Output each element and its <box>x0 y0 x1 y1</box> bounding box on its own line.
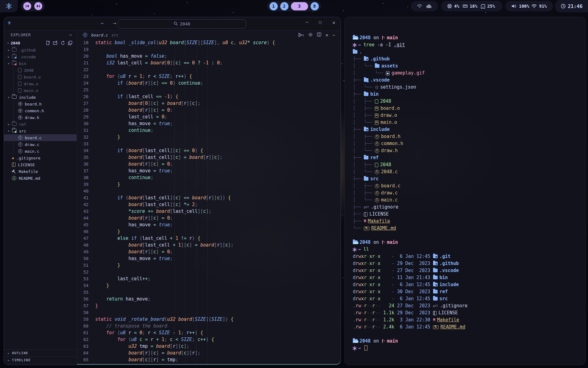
code-line-36[interactable]: 36 board[r][c] = 0; <box>77 161 340 167</box>
code-line-23[interactable]: 23 for (u8 r = 1; r < SIZE; r++) { <box>77 73 340 80</box>
tree-item-ref[interactable]: ▸ref <box>4 121 77 128</box>
audio-network-tray[interactable]: 100% 91% <box>505 1 553 11</box>
tree-item-bin[interactable]: ▾bin <box>4 60 77 67</box>
code-line-22[interactable]: 22 <box>77 66 340 73</box>
code-line-19[interactable]: 19 <box>77 46 340 53</box>
code-line-31[interactable]: 31 continue; <box>77 127 340 134</box>
tree-item-board.o[interactable]: board.o <box>4 74 77 80</box>
split-editor-button[interactable] <box>317 33 321 37</box>
tree-item-main.o[interactable]: main.o <box>4 87 77 94</box>
tree-item-.gitignore[interactable]: .gitignore <box>4 155 77 161</box>
tree-item-2048[interactable]: 2048 <box>4 67 77 74</box>
code-line-41[interactable]: 41 if (board[last_cell][c] == board[r][c… <box>77 194 340 201</box>
code-line-47[interactable]: 47 else if (last_cell + 1 != r) { <box>77 235 340 242</box>
code-line-43[interactable]: 43 *score += board[last_cell][c]; <box>77 208 340 215</box>
code-line-52[interactable]: 52 <box>77 269 340 275</box>
terminal-content[interactable]: 2048 on main→ tree -a -I .git.├── .githu… <box>345 17 585 365</box>
command-search-box[interactable]: 2048 <box>118 19 246 29</box>
code-line-39[interactable]: 39 } <box>77 181 340 188</box>
close-button[interactable]: × <box>332 20 335 26</box>
tree-item-board.c[interactable]: board.c <box>4 134 77 141</box>
more-actions-button[interactable]: ⋯ <box>333 33 335 37</box>
timeline-panel-header[interactable]: ▸ TIMELINE <box>4 356 77 363</box>
workspace-8[interactable]: 8 <box>311 2 319 10</box>
tree-item-LICENSE[interactable]: LICENSE <box>4 161 77 168</box>
code-line-54[interactable]: 54 } <box>77 282 340 289</box>
tree-item-Makefile[interactable]: Makefile <box>4 168 77 175</box>
tree-item-draw.h[interactable]: draw.h <box>4 114 77 121</box>
tree-item-include[interactable]: ▾include <box>4 94 77 101</box>
code-line-65[interactable]: 65 board[c][r] = tmp; <box>77 356 340 363</box>
explorer-menu-button[interactable]: ⋯ <box>69 32 72 38</box>
tree-item-src[interactable]: ▾src <box>4 128 77 134</box>
code-line-27[interactable]: 27 board[0][c] = board[r][c]; <box>77 100 340 107</box>
code-line-58[interactable]: 58 <box>77 309 340 316</box>
nav-forward-button[interactable]: → <box>113 20 116 26</box>
tree-item-.vscode[interactable]: ▸.vscode <box>4 53 77 60</box>
media-next-button[interactable] <box>34 2 42 10</box>
code-line-48[interactable]: 48 board[last_cell + 1][c] = board[r][c]… <box>77 242 340 248</box>
network-tray[interactable] <box>411 1 438 11</box>
tree-item-common.h[interactable]: common.h <box>4 107 77 114</box>
outline-panel-header[interactable]: ▸ OUTLINE <box>4 349 77 356</box>
code-line-45[interactable]: 45 has_move = true; <box>77 221 340 228</box>
tree-item-.github[interactable]: ▸.github <box>4 47 77 53</box>
code-line-38[interactable]: 38 continue; <box>77 174 340 181</box>
code-line-53[interactable]: 53 last_cell++; <box>77 275 340 282</box>
code-line-42[interactable]: 42 board[last_cell][c] *= 2; <box>77 201 340 208</box>
code-line-18[interactable]: 18static bool _slide_col(u32 board[SIZE]… <box>77 39 340 46</box>
code-line-34[interactable]: 34 if (board[last_cell][c] == 0) { <box>77 147 340 154</box>
code-line-24[interactable]: 24 if (board[r][c] == 0) continue; <box>77 80 340 86</box>
tree-item-README.md[interactable]: README.md <box>4 175 77 182</box>
close-editor-button[interactable]: × <box>326 32 329 38</box>
editor-titlebar[interactable]: ♆ ← → 2048 ─ ▢ × <box>4 17 341 31</box>
clock[interactable]: 21:46 <box>555 0 588 12</box>
code-line-51[interactable]: 51 } <box>77 262 340 269</box>
code-line-63[interactable]: 63 u32 tmp = board[r][c]; <box>77 343 340 350</box>
nav-back-button[interactable]: ← <box>101 20 104 26</box>
breadcrumb[interactable]: board.c src <box>77 33 119 37</box>
code-line-26[interactable]: 26 if (last_cell == -1) { <box>77 93 340 100</box>
code-line-60[interactable]: 60 // transpose the board <box>77 323 340 329</box>
new-folder-button[interactable] <box>53 41 58 45</box>
run-debug-button[interactable]: ∨ <box>298 33 304 37</box>
tree-item-main.c[interactable]: main.c <box>4 148 77 155</box>
workspace-1[interactable]: 1 <box>270 2 278 10</box>
code-line-55[interactable]: 55 <box>77 289 340 296</box>
code-line-50[interactable]: 50 has_move = true; <box>77 255 340 262</box>
code-line-28[interactable]: 28 board[r][c] = 0; <box>77 107 340 113</box>
code-line-25[interactable]: 25 <box>77 86 340 93</box>
code-line-37[interactable]: 37 has_move = true; <box>77 167 340 174</box>
code-line-40[interactable]: 40 <box>77 188 340 194</box>
tree-item-draw.o[interactable]: draw.o <box>4 80 77 87</box>
maximize-button[interactable]: ▢ <box>319 20 321 25</box>
system-stats[interactable]: 4% 16% 25% <box>441 1 502 11</box>
explorer-root[interactable]: ▾ 2048 <box>4 39 77 47</box>
workspace-3-active[interactable]: 3 <box>291 2 308 10</box>
code-line-56[interactable]: 56 return has_move; <box>77 296 340 302</box>
new-file-button[interactable] <box>46 41 50 45</box>
code-line-44[interactable]: 44 board[r][c] = 0; <box>77 215 340 221</box>
code-line-33[interactable]: 33 <box>77 140 340 147</box>
code-line-61[interactable]: 61 for (u8 r = 0; r < SIZE - 1; r++) { <box>77 329 340 336</box>
code-line-21[interactable]: 21 i32 last_cell = board[0][c] == 0 ? -1… <box>77 59 340 66</box>
code-line-35[interactable]: 35 board[last_cell][c] = board[r][c]; <box>77 154 340 161</box>
code-line-20[interactable]: 20 bool has_move = false; <box>77 53 340 59</box>
code-line-64[interactable]: 64 board[r][c] = board[c][r]; <box>77 350 340 356</box>
code-line-49[interactable]: 49 board[r][c] = 0; <box>77 248 340 255</box>
code-line-29[interactable]: 29 last_cell = 0; <box>77 113 340 120</box>
workspace-2[interactable]: 2 <box>280 2 288 10</box>
code-line-57[interactable]: 57} <box>77 302 340 309</box>
code-line-62[interactable]: 62 for (u8 c = r + 1; c < SIZE; c++) { <box>77 336 340 343</box>
tree-item-draw.c[interactable]: draw.c <box>4 141 77 148</box>
code-editor[interactable]: 18static bool _slide_col(u32 board[SIZE]… <box>77 39 340 365</box>
launcher-button[interactable] <box>0 0 18 12</box>
code-line-30[interactable]: 30 has_move = true; <box>77 120 340 127</box>
refresh-button[interactable] <box>61 41 65 45</box>
tree-item-board.h[interactable]: board.h <box>4 101 77 107</box>
code-line-59[interactable]: 59static void _rotate_board(u32 board[SI… <box>77 316 340 323</box>
code-line-32[interactable]: 32 } <box>77 134 340 140</box>
minimize-button[interactable]: ─ <box>306 20 308 25</box>
collapse-all-button[interactable] <box>68 41 72 45</box>
settings-gear-button[interactable] <box>308 33 313 38</box>
